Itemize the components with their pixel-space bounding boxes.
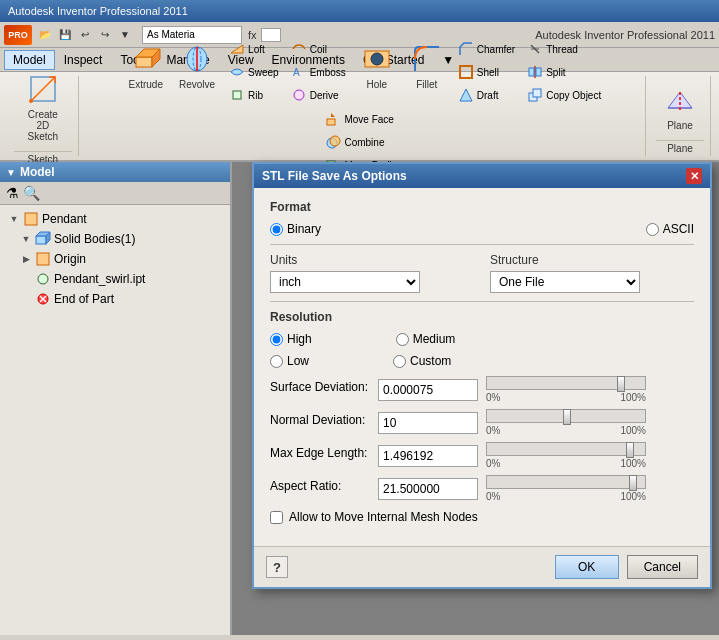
svg-point-2 [29, 99, 33, 103]
allow-move-nodes-checkbox[interactable] [270, 511, 283, 524]
split-button[interactable]: Split [522, 61, 606, 83]
tree-item-pendant-swirl[interactable]: Pendant_swirl.ipt [4, 269, 226, 289]
derive-button[interactable]: Derive [286, 84, 351, 106]
revolve-button[interactable]: Revolve [172, 38, 222, 106]
swirl-icon [35, 271, 51, 287]
normal-deviation-input[interactable] [378, 412, 478, 434]
format-binary-label: Binary [287, 222, 321, 236]
max-edge-length-thumb[interactable] [626, 442, 634, 458]
aspect-ratio-thumb[interactable] [629, 475, 637, 491]
res-high-radio[interactable] [270, 333, 283, 346]
menu-model[interactable]: Model [4, 50, 55, 70]
dialog-body: Format Binary ASCII [254, 188, 710, 546]
hole-button[interactable]: Hole [353, 38, 401, 106]
tree-item-origin[interactable]: ▶ Origin [4, 249, 226, 269]
svg-rect-3 [136, 57, 152, 67]
svg-text:A: A [293, 67, 300, 78]
aspect-ratio-input[interactable] [378, 478, 478, 500]
max-edge-length-slider[interactable] [486, 442, 646, 456]
emboss-button[interactable]: A Emboss [286, 61, 351, 83]
coil-button[interactable]: Coil [286, 38, 351, 60]
res-custom-radio[interactable] [393, 355, 406, 368]
svg-rect-22 [533, 89, 541, 97]
allow-move-nodes-row: Allow to Move Internal Mesh Nodes [270, 510, 694, 524]
res-medium-option[interactable]: Medium [396, 332, 456, 346]
units-select[interactable]: inch mm cm meter [270, 271, 420, 293]
dialog-close-button[interactable]: ✕ [686, 168, 702, 184]
loft-button[interactable]: Loft [224, 38, 284, 60]
expand-swirl[interactable] [20, 273, 32, 285]
aspect-ratio-max: 100% [620, 491, 646, 502]
normal-deviation-labels: 0% 100% [486, 425, 646, 436]
sweep-button[interactable]: Sweep [224, 61, 284, 83]
fillet-button[interactable]: Fillet [403, 38, 451, 106]
panel-header: ▼ Model [0, 162, 230, 182]
expand-solid[interactable]: ▼ [20, 233, 32, 245]
format-ascii-radio[interactable] [646, 223, 659, 236]
origin-label: Origin [54, 252, 86, 266]
max-edge-length-input[interactable] [378, 445, 478, 467]
ribbon: Create2D Sketch Sketch Extrude [0, 72, 719, 162]
surface-deviation-slider[interactable] [486, 376, 646, 390]
plane-group-label: Plane [656, 140, 704, 154]
draft-button[interactable]: Draft [453, 84, 520, 106]
thread-button[interactable]: Thread [522, 38, 606, 60]
expand-origin[interactable]: ▶ [20, 253, 32, 265]
chamfer-button[interactable]: Chamfer [453, 38, 520, 60]
normal-deviation-slider[interactable] [486, 409, 646, 423]
surface-deviation-thumb[interactable] [617, 376, 625, 392]
copy-object-button[interactable]: Copy Object [522, 84, 606, 106]
extrude-button[interactable]: Extrude [122, 38, 170, 106]
normal-deviation-min: 0% [486, 425, 500, 436]
format-radio-group: Binary ASCII [270, 222, 694, 236]
plane-button[interactable]: Plane [656, 79, 704, 136]
tree-item-solid-bodies[interactable]: ▼ Solid Bodies(1) [4, 229, 226, 249]
filter-btn[interactable]: ⚗ [6, 185, 19, 201]
format-binary-radio[interactable] [270, 223, 283, 236]
panel-header-icon: ▼ [6, 167, 16, 178]
svg-rect-31 [25, 213, 37, 225]
structure-select[interactable]: One File Multiple Files [490, 271, 640, 293]
pendant-icon [23, 211, 39, 227]
aspect-ratio-slider[interactable] [486, 475, 646, 489]
aspect-ratio-labels: 0% 100% [486, 491, 646, 502]
dialog-title-bar: STL File Save As Options ✕ [254, 164, 710, 188]
surface-deviation-max: 100% [620, 392, 646, 403]
ok-button[interactable]: OK [555, 555, 619, 579]
surface-deviation-input[interactable] [378, 379, 478, 401]
format-binary-option[interactable]: Binary [270, 222, 321, 236]
res-medium-radio[interactable] [396, 333, 409, 346]
search-btn[interactable]: 🔍 [23, 185, 40, 201]
shell-button[interactable]: Shell [453, 61, 520, 83]
res-low-radio[interactable] [270, 355, 283, 368]
res-high-option[interactable]: High [270, 332, 312, 346]
plane-icon [664, 84, 696, 116]
tree-item-pendant[interactable]: ▼ Pendant [4, 209, 226, 229]
format-ascii-option[interactable]: ASCII [646, 222, 694, 236]
pendant-swirl-label: Pendant_swirl.ipt [54, 272, 145, 286]
normal-deviation-thumb[interactable] [563, 409, 571, 425]
move-face-button[interactable]: Move Face [320, 108, 407, 130]
save-btn[interactable]: 💾 [56, 26, 74, 44]
svg-marker-15 [460, 89, 472, 101]
res-custom-option[interactable]: Custom [393, 354, 451, 368]
open-btn[interactable]: 📂 [36, 26, 54, 44]
combine-button[interactable]: Combine [320, 131, 407, 153]
normal-deviation-max: 100% [620, 425, 646, 436]
copy-object-icon [527, 87, 543, 103]
svg-line-1 [31, 77, 55, 101]
tree-item-end-of-part[interactable]: End of Part [4, 289, 226, 309]
res-low-label: Low [287, 354, 309, 368]
surface-deviation-input-area: 0% 100% [378, 376, 646, 403]
create-2d-sketch-button[interactable]: Create2D Sketch [14, 68, 72, 147]
rib-button[interactable]: Rib [224, 84, 284, 106]
expand-pendant[interactable]: ▼ [8, 213, 20, 225]
normal-deviation-input-area: 0% 100% [378, 409, 646, 436]
cancel-button[interactable]: Cancel [627, 555, 698, 579]
surface-deviation-row: Surface Deviation: 0% 100% [270, 376, 694, 403]
stl-dialog: STL File Save As Options ✕ Format Binary… [252, 162, 712, 589]
res-low-option[interactable]: Low [270, 354, 309, 368]
divider-1 [270, 244, 694, 245]
help-button[interactable]: ? [266, 556, 288, 578]
aspect-ratio-row: Aspect Ratio: 0% 100% [270, 475, 694, 502]
